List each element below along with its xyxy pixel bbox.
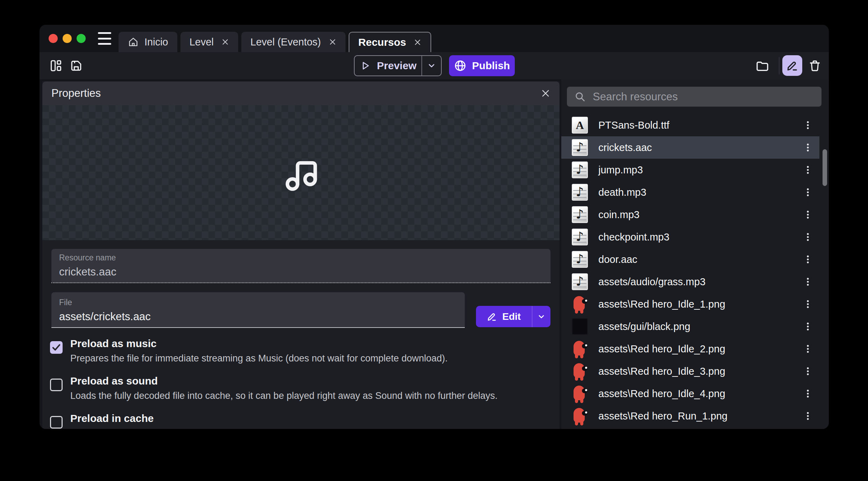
maximize-window-button[interactable]: [77, 34, 86, 43]
hero-eye: [582, 344, 588, 349]
resource-row-menu-button[interactable]: [803, 254, 812, 265]
resource-name-field[interactable]: Resource name crickets.aac: [51, 249, 550, 283]
resource-row-menu-button[interactable]: [803, 187, 812, 198]
resource-name: door.aac: [598, 254, 637, 265]
audio-file-icon: ♪: [572, 184, 588, 201]
note-glyph: ♪: [576, 208, 584, 221]
tab-close-button[interactable]: [414, 38, 421, 46]
globe-icon: [454, 59, 467, 72]
checkbox-checked[interactable]: [50, 341, 63, 354]
resource-row-menu-button[interactable]: [803, 321, 812, 332]
toolbar: Preview Publish: [40, 52, 829, 79]
resource-preview: [42, 105, 560, 240]
resource-row-menu-button[interactable]: [803, 388, 812, 399]
resource-row-menu-button[interactable]: [803, 299, 812, 309]
preview-button-main[interactable]: Preview: [355, 56, 421, 76]
tab-close-button[interactable]: [329, 38, 336, 46]
tab-bar: InicioLevelLevel (Eventos)Recursos: [40, 25, 829, 52]
resource-row[interactable]: assets/gui/black.png: [561, 315, 819, 338]
resource-row[interactable]: ♪jump.mp3: [561, 159, 819, 181]
properties-title: Properties: [51, 87, 101, 100]
resource-row[interactable]: ♪door.aac: [561, 248, 819, 271]
properties-close-button[interactable]: [541, 88, 550, 98]
file-field[interactable]: File assets/crickets.aac: [51, 292, 465, 328]
resource-row[interactable]: assets\Red hero_Idle_2.png: [561, 338, 819, 360]
resource-name: assets\Red hero_Idle_1.png: [598, 299, 725, 310]
resource-name-value: crickets.aac: [59, 266, 543, 278]
resource-row-menu-button[interactable]: [803, 232, 812, 242]
tab-label: Inicio: [144, 36, 168, 48]
option-title: Preload as sound: [70, 375, 498, 387]
resource-name-label: Resource name: [59, 253, 543, 263]
resource-row-menu-button[interactable]: [803, 344, 812, 354]
file-value: assets/crickets.aac: [59, 310, 457, 323]
resource-row[interactable]: ♪coin.mp3: [561, 203, 819, 226]
project-manager-icon[interactable]: [47, 57, 65, 74]
tab-inicio[interactable]: Inicio: [119, 32, 177, 52]
option-text: Preload in cacheLoads the complete file …: [70, 412, 433, 429]
tab-level-eventos-[interactable]: Level (Eventos): [241, 32, 346, 52]
resource-row-menu-button[interactable]: [803, 165, 812, 175]
resource-row[interactable]: assets\Red hero_Run_1.png: [561, 405, 819, 427]
menu-icon[interactable]: [98, 32, 111, 45]
tab-recursos[interactable]: Recursos: [349, 32, 432, 52]
resource-name: crickets.aac: [598, 142, 652, 153]
close-icon: [414, 38, 421, 46]
content-area: Properties Resource name crickets.aac: [40, 79, 829, 429]
edit-split-divider: [532, 306, 533, 327]
edit-mode-toggle[interactable]: [782, 55, 802, 76]
tab-label: Level (Eventos): [250, 36, 321, 48]
search-input[interactable]: [593, 91, 814, 103]
resource-row[interactable]: ♪crickets.aac: [561, 136, 819, 159]
preview-dropdown-button[interactable]: [422, 56, 441, 76]
resource-row-menu-button[interactable]: [803, 277, 812, 287]
music-note-icon: [282, 153, 321, 192]
audio-file-icon: ♪: [572, 229, 588, 245]
resource-name: assets/audio/grass.mp3: [598, 276, 705, 288]
scrollbar-thumb[interactable]: [823, 149, 827, 186]
resource-row[interactable]: ♪death.mp3: [561, 181, 819, 203]
close-icon: [221, 38, 229, 46]
minimize-window-button[interactable]: [63, 34, 72, 43]
resource-row-menu-button[interactable]: [803, 209, 812, 220]
resource-row[interactable]: assets\Red hero_Idle_1.png: [561, 293, 819, 315]
resource-row[interactable]: assets\Red hero_Idle_4.png: [561, 382, 819, 405]
edit-file-button[interactable]: Edit: [476, 306, 550, 327]
chevron-down-icon: [427, 61, 436, 70]
resource-row[interactable]: ♪assets/audio/grass.mp3: [561, 271, 819, 293]
resource-row[interactable]: APTSans-Bold.ttf: [561, 114, 819, 136]
resource-name: assets/gui/black.png: [598, 321, 690, 332]
resource-row-menu-button[interactable]: [803, 120, 812, 130]
file-label: File: [59, 298, 457, 307]
audio-file-icon: ♪: [572, 161, 588, 178]
resource-name: jump.mp3: [598, 164, 643, 176]
preview-button[interactable]: Preview: [354, 55, 442, 76]
trash-icon[interactable]: [806, 57, 824, 74]
option-description: Loads the complete file into cache, but …: [70, 428, 433, 429]
close-window-button[interactable]: [49, 34, 58, 43]
save-icon[interactable]: [67, 57, 85, 74]
preload-options: Preload as musicPrepares the file for im…: [50, 338, 552, 429]
open-folder-icon[interactable]: [754, 57, 771, 74]
checkmark-icon: [51, 342, 62, 353]
search-icon: [575, 91, 586, 102]
option-text: Preload as soundLoads the fully decoded …: [70, 375, 498, 401]
search-bar[interactable]: [567, 87, 821, 107]
resource-row-menu-button[interactable]: [803, 366, 812, 376]
note-glyph: ♪: [576, 141, 584, 153]
checkbox-unchecked[interactable]: [50, 416, 63, 429]
edit-dropdown-button[interactable]: [532, 306, 550, 327]
tab-close-button[interactable]: [221, 38, 229, 46]
properties-header: Properties: [42, 81, 560, 105]
kebab-menu-icon: [803, 165, 812, 175]
resource-row[interactable]: assets\Red hero_Idle_3.png: [561, 360, 819, 382]
edit-file-button-main[interactable]: Edit: [476, 306, 532, 327]
tab-level[interactable]: Level: [180, 32, 238, 52]
checkbox-unchecked[interactable]: [50, 379, 63, 391]
resource-row-menu-button[interactable]: [803, 411, 812, 421]
publish-button[interactable]: Publish: [449, 55, 515, 76]
hero-eye: [582, 366, 588, 371]
resource-row-menu-button[interactable]: [803, 142, 812, 153]
font-file-icon: A: [572, 117, 588, 134]
resource-row[interactable]: ♪checkpoint.mp3: [561, 226, 819, 248]
